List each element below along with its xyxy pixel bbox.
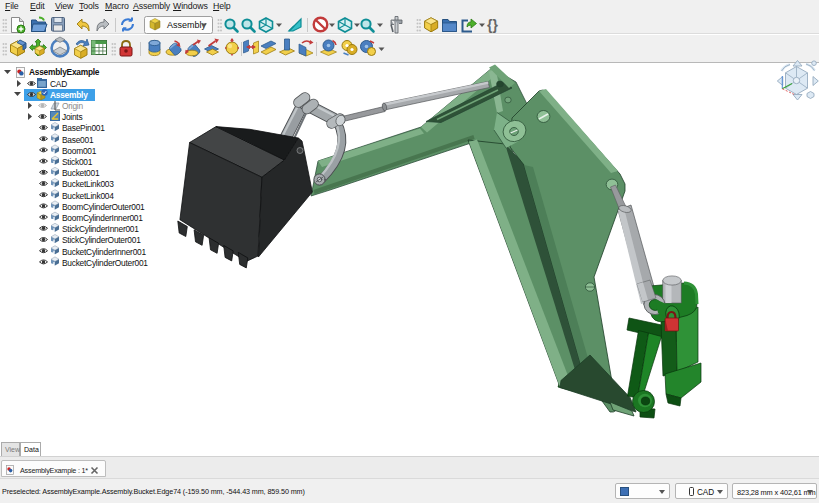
svg-text:Assembly: Assembly bbox=[167, 20, 207, 30]
svg-text:{}: {} bbox=[487, 17, 498, 33]
